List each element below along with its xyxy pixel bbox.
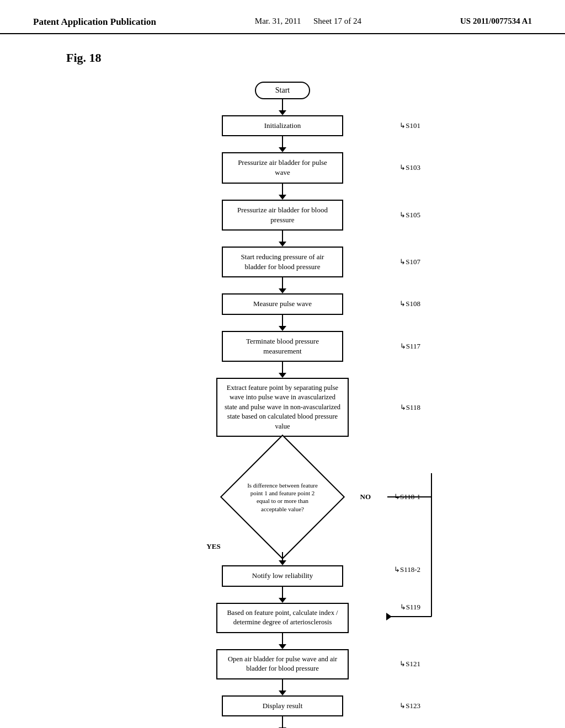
arrow-13 — [279, 716, 286, 728]
arrow-6 — [279, 315, 286, 331]
patent-number: US 2011/0077534 A1 — [460, 17, 532, 26]
arrow-11 — [279, 633, 286, 649]
arrow-4 — [279, 231, 286, 247]
no-label: NO — [360, 493, 371, 501]
step-s121: Open air bladder for pulse wave and air … — [216, 649, 349, 679]
step-row-s118: Extract feature point by separating puls… — [145, 378, 420, 437]
step-label-s101: ↳S101 — [399, 121, 420, 130]
arrow-7 — [279, 362, 286, 378]
step-label-s105: ↳S105 — [399, 211, 420, 220]
step-label-s103: ↳S103 — [399, 163, 420, 172]
arrow-3 — [279, 184, 286, 200]
page-header: Patent Application Publication Mar. 31, … — [0, 0, 565, 34]
arrow-1 — [279, 99, 286, 115]
step-s118: Extract feature point by separating puls… — [216, 378, 349, 437]
step-row-s101: Initialization ↳S101 — [145, 115, 420, 136]
step-label-s123: ↳S123 — [399, 702, 420, 710]
step-row-s103: Pressurize air bladder for pulse wave ↳S… — [145, 152, 420, 183]
no-branch-arrival — [386, 473, 437, 630]
step-row-s117: Terminate blood pressure measurement ↳S1… — [145, 331, 420, 362]
arrow-9 — [279, 552, 286, 565]
arrow-5 — [279, 277, 286, 293]
step-s108: Measure pulse wave — [222, 293, 343, 314]
step-label-s121: ↳S121 — [399, 660, 420, 668]
step-label-s107: ↳S107 — [399, 258, 420, 266]
step-label-s118: ↳S118 — [400, 403, 420, 412]
step-s117: Terminate blood pressure measurement — [222, 331, 343, 362]
step-s123: Display result — [222, 695, 343, 716]
sheet: Sheet 17 of 24 — [313, 17, 361, 25]
step-s105: Pressurize air bladder for blood pressur… — [222, 200, 343, 231]
step-s107: Start reducing pressure of air bladder f… — [222, 247, 343, 277]
step-s118-2: Notify low reliability — [222, 565, 343, 586]
arrow-10 — [279, 587, 286, 603]
figure-label: Fig. 18 — [66, 51, 565, 65]
publication-label: Patent Application Publication — [33, 17, 156, 28]
flowchart: Start Initialization ↳S101 Pressurize ai… — [0, 76, 565, 728]
diamond-text-s118-1: Is difference between feature point 1 an… — [246, 481, 320, 513]
svg-marker-4 — [386, 613, 392, 620]
date: Mar. 31, 2011 — [255, 17, 301, 25]
step-row-s118-2: Notify low reliability ↳S118-2 — [145, 565, 420, 586]
step-label-s117: ↳S117 — [400, 342, 420, 351]
yes-label: YES — [206, 542, 220, 551]
step-row-s119: Based on feature point, calculate index … — [145, 603, 420, 633]
step-row-s105: Pressurize air bladder for blood pressur… — [145, 200, 420, 231]
step-row-s121: Open air bladder for pulse wave and air … — [145, 649, 420, 679]
arrow-12 — [279, 679, 286, 695]
date-sheet: Mar. 31, 2011 Sheet 17 of 24 — [255, 17, 361, 26]
step-label-s108: ↳S108 — [399, 299, 420, 308]
step-row-s107: Start reducing pressure of air bladder f… — [145, 247, 420, 277]
start-node: Start — [255, 82, 310, 99]
step-row-s108: Measure pulse wave ↳S108 — [145, 293, 420, 314]
diamond-section-s118-1: Is difference between feature point 1 an… — [145, 453, 420, 541]
step-s103: Pressurize air bladder for pulse wave — [222, 152, 343, 183]
step-row-s123: Display result ↳S123 — [145, 695, 420, 716]
yes-branch: YES — [145, 541, 420, 565]
arrow-2 — [279, 136, 286, 152]
step-s119: Based on feature point, calculate index … — [216, 603, 349, 633]
step-s101: Initialization — [222, 115, 343, 136]
